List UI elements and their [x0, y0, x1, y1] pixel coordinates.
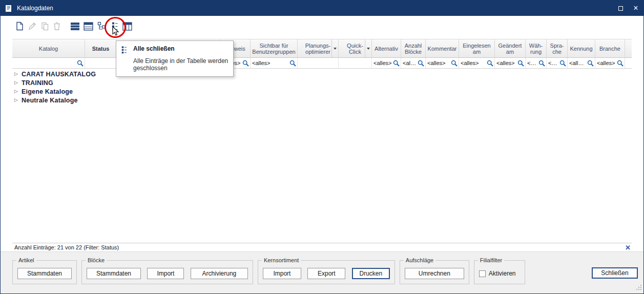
column-header-geaendert-am[interactable]: Geändert am — [495, 39, 526, 57]
column-header-kennung[interactable]: Kennung — [568, 39, 595, 57]
tooltip-description: Alle Einträge in der Tabelle werden gesc… — [133, 57, 230, 72]
filter-kennung[interactable]: <alles> — [568, 58, 595, 68]
column-header-alternativ[interactable]: Alternativ — [372, 39, 401, 57]
filter-anzahl-bloecke[interactable]: <alles> — [401, 58, 426, 68]
filter-sprache[interactable]: <alles> — [547, 58, 568, 68]
toolbar-copy-button[interactable] — [40, 21, 50, 31]
maximize-icon — [618, 6, 623, 11]
toolbar — [1, 16, 643, 36]
group-filialfilter: Filialfilter Aktivieren — [474, 260, 525, 284]
filter-quickclick[interactable] — [339, 58, 372, 68]
column-header-eingelesen-am[interactable]: Eingelesen am — [459, 39, 495, 57]
table-outline-icon — [84, 22, 93, 31]
filter-waehrung[interactable]: <alles> — [526, 58, 547, 68]
column-header-status[interactable]: Status — [85, 39, 117, 57]
tree-row[interactable]: ▷ CARAT HAUSKATALOG — [12, 70, 632, 78]
search-icon[interactable] — [242, 60, 249, 67]
trash-icon — [52, 22, 61, 31]
filter-sichtbar[interactable]: <alles> — [251, 58, 298, 68]
aktivieren-checkbox[interactable] — [479, 270, 486, 277]
titlebar: Katalogdaten × — [1, 1, 643, 16]
group-artikel: Artikel Stammdaten — [12, 260, 77, 284]
bloecke-stammdaten-button[interactable]: Stammdaten — [87, 268, 141, 279]
column-header-sichtbar[interactable]: Sichtbar für Benutzergruppen — [251, 39, 298, 57]
filter-geaendert-am[interactable]: <alles> — [495, 58, 526, 68]
column-header-sprache[interactable]: Spra- che — [547, 39, 568, 57]
column-header-branche[interactable]: Branche — [595, 39, 625, 57]
schliessen-button[interactable]: Schließen — [592, 267, 638, 279]
tree-row[interactable]: ▷ Eigene Kataloge — [12, 87, 632, 96]
filter-katalog[interactable] — [12, 58, 85, 68]
tooltip-alle-schliessen: Alle schließen Alle Einträge in der Tabe… — [116, 40, 234, 77]
catalog-table: Katalog Status Hinweis Sichtbar für Benu… — [12, 39, 632, 251]
expander-icon[interactable]: ▷ — [14, 98, 21, 102]
expander-icon[interactable]: ▷ — [14, 80, 21, 85]
app-icon — [5, 5, 12, 12]
toolbar-detail-view-button[interactable] — [83, 21, 93, 31]
search-icon[interactable] — [617, 60, 624, 67]
chevron-down-icon[interactable] — [365, 39, 371, 57]
filter-filler — [625, 58, 632, 68]
group-bloecke: Blöcke Stammdaten Import Archivierung — [81, 260, 253, 284]
search-icon[interactable] — [559, 60, 566, 67]
column-header-waehrung[interactable]: Wäh- rung — [526, 39, 547, 57]
new-document-icon — [15, 22, 24, 31]
group-aufschlaege: Aufschläge Umrechnen — [400, 260, 469, 284]
expander-icon[interactable]: ▷ — [14, 89, 21, 94]
tree-row[interactable]: ▷ TRAINING — [12, 78, 632, 87]
kernsortiment-import-button[interactable]: Import — [263, 268, 301, 279]
footer-panel: Artikel Stammdaten Blöcke Stammdaten Imp… — [1, 251, 643, 293]
search-icon[interactable] — [418, 60, 424, 67]
collapse-all-icon — [121, 46, 128, 54]
tree-row[interactable]: ▷ Neutrale Kataloge — [12, 96, 632, 104]
bloecke-archivierung-button[interactable]: Archivierung — [191, 268, 248, 279]
column-header-anzahl-bloecke[interactable]: Anzahl Blöcke — [401, 39, 426, 57]
filter-status[interactable] — [85, 58, 117, 68]
table-filled-icon — [70, 22, 80, 31]
group-kernsortiment: Kernsortiment Import Export Drucken — [258, 260, 395, 284]
toolbar-list-view-button[interactable] — [70, 21, 80, 31]
filter-alternativ[interactable]: <alles> — [372, 58, 401, 68]
chevron-down-icon[interactable] — [331, 39, 338, 57]
search-icon[interactable] — [393, 60, 400, 67]
kernsortiment-export-button[interactable]: Export — [307, 268, 345, 279]
window-title: Katalogdaten — [17, 5, 53, 12]
filter-kommentar[interactable]: <alles> — [426, 58, 459, 68]
close-window-button[interactable]: × — [628, 1, 643, 16]
search-icon[interactable] — [517, 60, 524, 67]
search-icon[interactable] — [587, 60, 594, 67]
column-header-filler — [625, 39, 632, 57]
column-header-planungsoptimierer[interactable]: Planungs- optimierer — [298, 39, 339, 57]
column-header-katalog[interactable]: Katalog — [12, 39, 85, 57]
column-header-quickclick[interactable]: Quick- Click — [339, 39, 372, 57]
entry-count-text: Anzahl Einträge: 21 von 22 (Filter: Stat… — [14, 244, 119, 250]
search-icon[interactable] — [538, 60, 545, 67]
artikel-stammdaten-button[interactable]: Stammdaten — [17, 268, 72, 279]
mouse-cursor — [112, 26, 119, 36]
aufschlaege-umrechnen-button[interactable]: Umrechnen — [405, 268, 464, 279]
katalogdaten-window: Katalogdaten × — [0, 0, 644, 294]
filter-row: <alles> <alles> <alles> <alles> <alles> … — [12, 58, 632, 69]
table-header-row: Katalog Status Hinweis Sichtbar für Benu… — [12, 39, 632, 58]
expander-icon[interactable]: ▷ — [14, 72, 21, 76]
resize-grip[interactable] — [636, 283, 642, 292]
column-header-kommentar[interactable]: Kommentar — [426, 39, 459, 57]
search-icon[interactable] — [77, 60, 84, 67]
copy-icon — [40, 22, 50, 31]
search-icon[interactable] — [451, 60, 458, 67]
filter-planungsoptimierer[interactable] — [298, 58, 339, 68]
statusbar: Anzahl Einträge: 21 von 22 (Filter: Stat… — [12, 243, 632, 251]
toolbar-new-button[interactable] — [14, 21, 25, 31]
search-icon[interactable] — [289, 60, 296, 67]
bloecke-import-button[interactable]: Import — [147, 268, 184, 279]
filter-eingelesen-am[interactable]: <alles> — [459, 58, 495, 68]
toolbar-delete-button[interactable] — [52, 21, 62, 31]
toolbar-edit-button[interactable] — [27, 21, 37, 31]
maximize-button[interactable] — [613, 1, 628, 16]
tree-rows-area: ▷ CARAT HAUSKATALOG ▷ TRAINING ▷ Eigene … — [12, 69, 632, 243]
search-icon[interactable] — [487, 60, 493, 67]
clear-filter-button[interactable]: ✕ — [625, 244, 631, 251]
close-icon: × — [633, 4, 638, 12]
filter-branche[interactable]: <alles> — [595, 58, 625, 68]
kernsortiment-drucken-button[interactable]: Drucken — [352, 268, 390, 279]
